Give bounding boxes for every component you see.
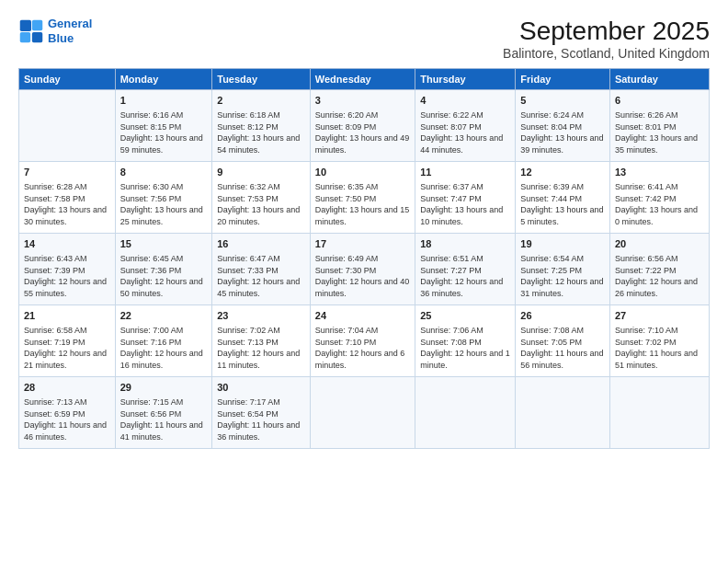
calendar-cell: 7Sunrise: 6:28 AMSunset: 7:58 PMDaylight… — [19, 162, 116, 234]
cell-details: Sunrise: 6:24 AMSunset: 8:04 PMDaylight:… — [520, 110, 603, 155]
calendar-cell: 1Sunrise: 6:16 AMSunset: 8:15 PMDaylight… — [115, 90, 212, 162]
calendar-cell: 8Sunrise: 6:30 AMSunset: 7:56 PMDaylight… — [115, 162, 212, 234]
week-row-3: 21Sunrise: 6:58 AMSunset: 7:19 PMDayligh… — [19, 305, 710, 377]
day-number: 27 — [615, 309, 704, 323]
header-row: Sunday Monday Tuesday Wednesday Thursday… — [19, 69, 710, 90]
calendar-table: Sunday Monday Tuesday Wednesday Thursday… — [18, 68, 710, 449]
day-number: 4 — [420, 94, 510, 108]
calendar-cell: 21Sunrise: 6:58 AMSunset: 7:19 PMDayligh… — [19, 305, 116, 377]
calendar-cell: 26Sunrise: 7:08 AMSunset: 7:05 PMDayligh… — [516, 305, 610, 377]
cell-details: Sunrise: 6:16 AMSunset: 8:15 PMDaylight:… — [120, 110, 203, 155]
week-row-2: 14Sunrise: 6:43 AMSunset: 7:39 PMDayligh… — [19, 234, 710, 305]
calendar-cell: 4Sunrise: 6:22 AMSunset: 8:07 PMDaylight… — [415, 90, 516, 162]
cell-details: Sunrise: 6:30 AMSunset: 7:56 PMDaylight:… — [120, 182, 203, 226]
cell-details: Sunrise: 7:13 AMSunset: 6:59 PMDaylight:… — [24, 397, 107, 442]
logo: General Blue — [18, 17, 92, 45]
calendar-cell: 6Sunrise: 6:26 AMSunset: 8:01 PMDaylight… — [609, 90, 709, 162]
cell-details: Sunrise: 6:22 AMSunset: 8:07 PMDaylight:… — [420, 110, 503, 155]
calendar-cell: 11Sunrise: 6:37 AMSunset: 7:47 PMDayligh… — [415, 162, 516, 234]
day-number: 13 — [615, 166, 704, 179]
cell-details: Sunrise: 6:47 AMSunset: 7:33 PMDaylight:… — [217, 254, 300, 298]
cell-details: Sunrise: 6:35 AMSunset: 7:50 PMDaylight:… — [315, 182, 410, 226]
day-number: 16 — [217, 237, 305, 251]
svg-rect-0 — [20, 19, 31, 30]
calendar-cell — [516, 377, 610, 449]
cell-details: Sunrise: 6:20 AMSunset: 8:09 PMDaylight:… — [315, 110, 410, 155]
logo-line1: General — [48, 17, 92, 30]
calendar-cell — [415, 377, 516, 449]
day-number: 24 — [315, 309, 410, 323]
day-number: 23 — [217, 309, 305, 323]
logo-text: General Blue — [48, 17, 92, 45]
day-number: 19 — [520, 237, 605, 251]
calendar-cell: 24Sunrise: 7:04 AMSunset: 7:10 PMDayligh… — [310, 305, 415, 377]
day-number: 25 — [420, 309, 510, 323]
calendar-cell: 16Sunrise: 6:47 AMSunset: 7:33 PMDayligh… — [212, 234, 311, 305]
day-number: 8 — [120, 166, 208, 179]
calendar-cell: 19Sunrise: 6:54 AMSunset: 7:25 PMDayligh… — [516, 234, 610, 305]
col-sunday: Sunday — [19, 69, 116, 90]
day-number: 26 — [520, 309, 605, 323]
day-number: 20 — [615, 237, 704, 251]
day-number: 12 — [520, 166, 605, 179]
day-number: 17 — [315, 237, 410, 251]
day-number: 14 — [24, 237, 110, 251]
cell-details: Sunrise: 7:02 AMSunset: 7:13 PMDaylight:… — [217, 326, 300, 370]
cell-details: Sunrise: 6:37 AMSunset: 7:47 PMDaylight:… — [420, 182, 503, 226]
day-number: 11 — [420, 166, 510, 179]
day-number: 3 — [315, 94, 410, 108]
calendar-cell: 2Sunrise: 6:18 AMSunset: 8:12 PMDaylight… — [212, 90, 311, 162]
col-tuesday: Tuesday — [212, 69, 311, 90]
cell-details: Sunrise: 7:10 AMSunset: 7:02 PMDaylight:… — [615, 326, 698, 370]
calendar-cell: 9Sunrise: 6:32 AMSunset: 7:53 PMDaylight… — [212, 162, 311, 234]
svg-rect-2 — [20, 31, 30, 41]
cell-details: Sunrise: 6:26 AMSunset: 8:01 PMDaylight:… — [615, 110, 698, 155]
calendar-cell: 5Sunrise: 6:24 AMSunset: 8:04 PMDaylight… — [516, 90, 610, 162]
cell-details: Sunrise: 6:45 AMSunset: 7:36 PMDaylight:… — [120, 254, 203, 298]
calendar-cell: 30Sunrise: 7:17 AMSunset: 6:54 PMDayligh… — [212, 377, 311, 449]
day-number: 2 — [217, 94, 305, 108]
cell-details: Sunrise: 7:17 AMSunset: 6:54 PMDaylight:… — [217, 397, 300, 442]
col-thursday: Thursday — [415, 69, 516, 90]
cell-details: Sunrise: 7:04 AMSunset: 7:10 PMDaylight:… — [315, 326, 405, 370]
calendar-cell — [19, 90, 116, 162]
day-number: 29 — [120, 381, 208, 395]
week-row-4: 28Sunrise: 7:13 AMSunset: 6:59 PMDayligh… — [19, 377, 710, 449]
calendar-cell: 10Sunrise: 6:35 AMSunset: 7:50 PMDayligh… — [310, 162, 415, 234]
day-number: 15 — [120, 237, 208, 251]
col-monday: Monday — [115, 69, 212, 90]
day-number: 28 — [24, 381, 110, 395]
cell-details: Sunrise: 6:28 AMSunset: 7:58 PMDaylight:… — [24, 182, 107, 226]
calendar-cell: 13Sunrise: 6:41 AMSunset: 7:42 PMDayligh… — [609, 162, 709, 234]
day-number: 10 — [315, 166, 410, 179]
header: General Blue September 2025 Balintore, S… — [18, 17, 710, 61]
calendar-cell: 20Sunrise: 6:56 AMSunset: 7:22 PMDayligh… — [609, 234, 709, 305]
col-wednesday: Wednesday — [310, 69, 415, 90]
day-number: 1 — [120, 94, 208, 108]
svg-rect-3 — [32, 31, 42, 41]
subtitle: Balintore, Scotland, United Kingdom — [503, 46, 710, 61]
cell-details: Sunrise: 6:49 AMSunset: 7:30 PMDaylight:… — [315, 254, 410, 298]
calendar-cell: 28Sunrise: 7:13 AMSunset: 6:59 PMDayligh… — [19, 377, 116, 449]
day-number: 7 — [24, 166, 110, 179]
cell-details: Sunrise: 6:41 AMSunset: 7:42 PMDaylight:… — [615, 182, 698, 226]
cell-details: Sunrise: 6:56 AMSunset: 7:22 PMDaylight:… — [615, 254, 698, 298]
cell-details: Sunrise: 7:15 AMSunset: 6:56 PMDaylight:… — [120, 397, 203, 442]
day-number: 22 — [120, 309, 208, 323]
calendar-cell: 12Sunrise: 6:39 AMSunset: 7:44 PMDayligh… — [516, 162, 610, 234]
logo-line2: Blue — [48, 31, 74, 45]
calendar-cell: 25Sunrise: 7:06 AMSunset: 7:08 PMDayligh… — [415, 305, 516, 377]
col-saturday: Saturday — [609, 69, 709, 90]
calendar-cell: 15Sunrise: 6:45 AMSunset: 7:36 PMDayligh… — [115, 234, 212, 305]
calendar-cell: 23Sunrise: 7:02 AMSunset: 7:13 PMDayligh… — [212, 305, 311, 377]
calendar-cell — [609, 377, 709, 449]
page: General Blue September 2025 Balintore, S… — [0, 0, 728, 563]
calendar-cell: 17Sunrise: 6:49 AMSunset: 7:30 PMDayligh… — [310, 234, 415, 305]
week-row-0: 1Sunrise: 6:16 AMSunset: 8:15 PMDaylight… — [19, 90, 710, 162]
main-title: September 2025 — [503, 17, 710, 46]
cell-details: Sunrise: 6:51 AMSunset: 7:27 PMDaylight:… — [420, 254, 503, 298]
day-number: 5 — [520, 94, 605, 108]
day-number: 9 — [217, 166, 305, 179]
cell-details: Sunrise: 6:54 AMSunset: 7:25 PMDaylight:… — [520, 254, 603, 298]
day-number: 6 — [615, 94, 704, 108]
